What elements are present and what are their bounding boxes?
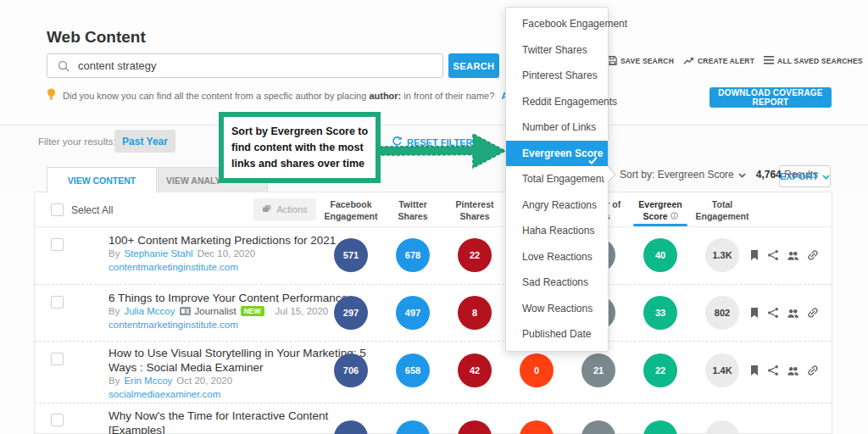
table-row: How to Use Visual Storytelling in Your M… (35, 342, 832, 403)
users-icon[interactable] (787, 365, 799, 376)
bookmark-icon[interactable] (749, 307, 760, 319)
link-icon[interactable] (807, 249, 819, 261)
sort-option-sad-reactions[interactable]: Sad Reactions (506, 270, 608, 296)
pinterest-shares-value (458, 420, 492, 434)
annotation-callout: Sort by Evergreen Score to find content … (219, 112, 381, 183)
sort-option-love-reactions[interactable]: Love Reactions (506, 244, 608, 270)
author-link[interactable]: Julia Mccoy (124, 306, 175, 316)
search-box[interactable] (47, 53, 443, 78)
sorted-column-underline (633, 224, 687, 226)
byline: By Erin Mccoy Oct 20, 2020 (108, 376, 232, 386)
total-engagement-value (705, 420, 739, 434)
pinterest-shares-value: 8 (458, 296, 492, 330)
evergreen-score-value: 33 (643, 296, 677, 330)
total-engagement-value: 1.3K (705, 238, 739, 272)
download-coverage-report-button[interactable]: DOWNLOAD COVERAGE REPORT (709, 87, 832, 108)
lightbulb-icon (47, 88, 56, 103)
twitter-shares-value: 658 (396, 353, 430, 387)
users-icon[interactable] (787, 250, 799, 261)
share-icon[interactable] (767, 364, 779, 376)
table-header-row: Select All Actions FacebookEngagement Tw… (35, 192, 832, 227)
domain-link[interactable]: contentmarketinginstitute.com (108, 262, 238, 272)
select-all-label: Select All (71, 204, 113, 216)
pinterest-shares-value: 22 (458, 238, 492, 272)
byline: By Julia Mccoy Journalist NEW Jul 15, 20… (108, 306, 328, 316)
sort-bar: Sort by: Evergreen Score 4,764 Results (620, 169, 818, 181)
sort-option-evergreen-score[interactable]: Evergreen Score (506, 141, 608, 167)
twitter-shares-value: 497 (396, 296, 430, 330)
new-badge: NEW (241, 306, 264, 316)
total-engagement-value: 802 (705, 296, 739, 330)
tip-bold-term: author: (369, 91, 401, 101)
results-count: 4,764 Results (756, 169, 818, 181)
twitter-shares-value: 678 (396, 238, 430, 272)
byline: By Stephanie Stahl Dec 10, 2020 (108, 248, 255, 259)
chevron-down-icon (738, 169, 746, 181)
sort-option-facebook-engagement[interactable]: Facebook Engagement (506, 11, 608, 37)
total-engagement-value: 1.4K (705, 353, 739, 387)
sort-by-control[interactable]: Sort by: Evergreen Score (620, 169, 746, 181)
save-search-button[interactable]: SAVE SEARCH (607, 55, 674, 67)
row-checkbox[interactable] (51, 353, 64, 365)
sort-option-pinterest-shares[interactable]: Pinterest Shares (506, 63, 608, 89)
sort-option-reddit-engagements[interactable]: Reddit Engagements (506, 89, 608, 115)
share-icon[interactable] (767, 249, 779, 261)
select-all-checkbox[interactable] (51, 203, 64, 216)
author-link[interactable]: Stephanie Stahl (124, 248, 192, 259)
row-checkbox[interactable] (51, 414, 64, 426)
row-actions (749, 364, 819, 376)
header-actions: SAVE SEARCH CREATE ALERT ALL SAVED SEARC… (607, 55, 863, 67)
reddit-engagements-value: 0 (520, 353, 554, 387)
number-of-links-value: 21 (581, 353, 615, 387)
row-actions (749, 307, 819, 319)
journalist-badge-icon (180, 307, 191, 315)
column-header-twitter: TwitterShares (379, 198, 447, 222)
info-icon[interactable] (670, 211, 678, 221)
row-checkbox[interactable] (51, 296, 64, 309)
results-table: Select All Actions FacebookEngagement Tw… (34, 192, 832, 434)
search-input[interactable] (78, 59, 417, 72)
users-icon[interactable] (787, 308, 799, 319)
all-saved-searches-button[interactable]: ALL SAVED SEARCHES (764, 56, 863, 66)
bookmark-icon[interactable] (749, 364, 760, 376)
annotation-arrow-icon (376, 127, 509, 178)
sort-option-total-engagement[interactable]: Total Engagement (506, 166, 608, 192)
reddit-engagements-value (520, 420, 554, 434)
table-row: 6 Things to Improve Your Content Perform… (35, 285, 832, 342)
evergreen-score-value: 40 (643, 238, 677, 272)
domain-link[interactable]: contentmarketinginstitute.com (108, 320, 238, 330)
sort-option-angry-reactions[interactable]: Angry Reactions (506, 192, 608, 219)
search-icon (58, 60, 70, 72)
sort-option-published-date[interactable]: Published Date (506, 321, 608, 348)
bookmark-icon[interactable] (749, 249, 760, 261)
pinterest-shares-value: 42 (458, 353, 492, 387)
tab-view-content[interactable]: VIEW CONTENT (47, 167, 157, 192)
link-icon[interactable] (807, 307, 819, 319)
sort-dropdown-menu: Facebook Engagement Twitter Shares Pinte… (505, 7, 609, 352)
facebook-engagement-value: 706 (334, 353, 368, 387)
time-filter-chip[interactable]: Past Year (114, 130, 175, 153)
search-button[interactable]: SEARCH (448, 53, 499, 78)
web-content-page: Web Content SEARCH SAVE SEARCH CREATE AL… (0, 0, 868, 434)
actions-button[interactable]: Actions (253, 198, 316, 220)
trending-up-icon (683, 55, 694, 67)
column-header-total: TotalEngagement (688, 198, 756, 222)
row-checkbox[interactable] (51, 238, 64, 251)
link-icon[interactable] (807, 364, 819, 376)
column-header-evergreen: EvergreenScore (626, 198, 694, 222)
sort-option-haha-reactions[interactable]: Haha Reactions (506, 218, 608, 244)
sort-option-number-of-links[interactable]: Number of Links (506, 114, 608, 141)
facebook-engagement-value: 297 (334, 296, 368, 330)
number-of-links-value (581, 420, 615, 434)
sort-option-wow-reactions[interactable]: Wow Reactions (506, 296, 608, 322)
twitter-shares-value (396, 420, 430, 434)
create-alert-button[interactable]: CREATE ALERT (683, 55, 754, 67)
share-icon[interactable] (767, 307, 779, 319)
sort-option-twitter-shares[interactable]: Twitter Shares (506, 37, 608, 64)
list-icon (764, 56, 774, 66)
content-title-link[interactable]: Why Now's the Time for Interactive Conte… (108, 409, 346, 434)
domain-link[interactable]: socialmediaexaminer.com (108, 389, 220, 399)
facebook-engagement-value: 571 (334, 238, 368, 272)
evergreen-score-value: 22 (643, 353, 677, 387)
author-link[interactable]: Erin Mccoy (124, 376, 172, 386)
